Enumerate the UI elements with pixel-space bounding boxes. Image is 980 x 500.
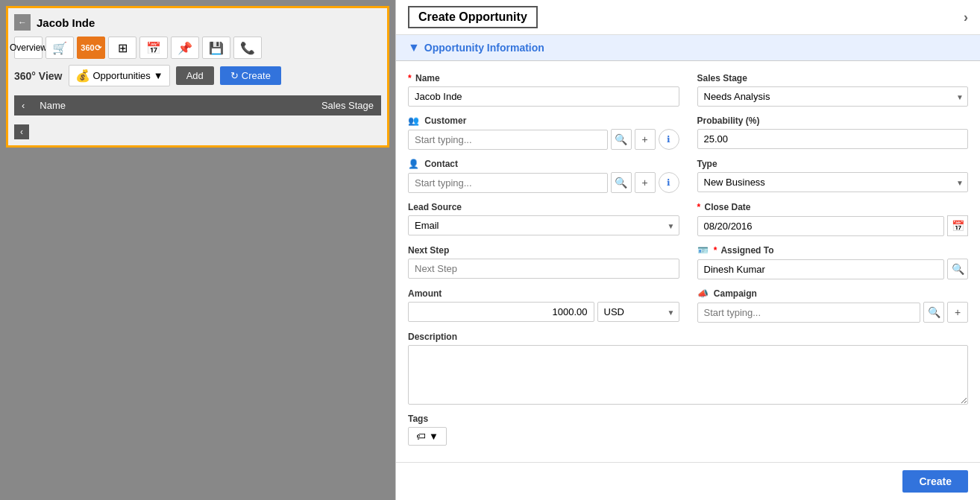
sales-stage-field-group: Sales Stage Needs Analysis Prospecting C… [697,73,969,107]
customer-info-icon-button[interactable]: ℹ [659,129,679,150]
campaign-field-group: 📣 Campaign 🔍 + [697,288,969,323]
opportunities-dropdown[interactable]: 💰 Opportunities ▼ [69,65,170,86]
probability-input[interactable] [697,129,969,149]
back-row: ← Jacob Inde [14,14,381,31]
panel-close-icon[interactable]: › [964,10,968,25]
nav-icons-bar: Overview 🛒 360⟳ ⊞ 📅 📌 💾 📞 [14,37,381,59]
sales-stage-select-wrapper: Needs Analysis Prospecting Closed Won Cl… [697,86,969,107]
campaign-icon: 📣 [697,288,709,299]
currency-select[interactable]: USD EUR GBP [597,302,679,322]
assigned-required-star: * [714,245,717,256]
view-row: 360° View 💰 Opportunities ▼ Add ↻ Create [14,65,381,86]
campaign-label: 📣 Campaign [697,288,969,299]
dropdown-arrow-icon: ▼ [154,70,163,81]
left-panel-inner: ← Jacob Inde Overview 🛒 360⟳ ⊞ 📅 📌 💾 📞 3… [6,6,389,148]
assigned-to-input[interactable] [697,259,945,279]
campaign-add-icon-button[interactable]: + [947,302,968,323]
contact-add-icon-button[interactable]: + [635,172,656,193]
create-label: Create [242,70,271,81]
back-arrow-icon[interactable]: ← [14,14,31,31]
close-date-input-row: 📅 [697,215,969,236]
customer-search-icon-button[interactable]: 🔍 [611,129,632,150]
nav-calendar-icon-button[interactable]: 📅 [139,37,168,59]
assigned-to-label: 🪪 * Assigned To [697,245,969,256]
contact-label: 👤 Contact [408,159,679,169]
assigned-input-row: 🔍 [697,259,969,279]
right-panel: Create Opportunity › ▼ Opportunity Infor… [395,0,980,500]
left-panel: ← Jacob Inde Overview 🛒 360⟳ ⊞ 📅 📌 💾 📞 3… [0,0,395,500]
amount-label: Amount [408,288,679,299]
add-button[interactable]: Add [176,66,214,85]
section-collapse-icon[interactable]: ▼ [408,41,420,54]
nav-save-icon-button[interactable]: 💾 [202,37,230,59]
lead-source-select[interactable]: Email Web Phone [408,215,679,235]
form-body: * Name Sales Stage Needs Analysis Prospe… [396,61,980,458]
close-date-required-star: * [697,202,701,212]
nav-overview-button[interactable]: Overview [14,37,43,59]
col-name-header: Name [40,100,66,111]
tags-dropdown-arrow-icon: ▼ [429,431,439,442]
name-label: * Name [408,73,679,83]
type-field-group: Type New Business Existing Business ▼ [697,159,969,193]
chevron-left-icon[interactable]: ‹ [22,100,25,111]
customer-icon: 👥 [408,115,419,126]
campaign-search-icon-button[interactable]: 🔍 [923,302,944,323]
footer-row: Create [396,462,980,500]
section-header: ▼ Opportunity Information [396,35,980,61]
close-date-label: * Close Date [697,202,969,212]
type-label: Type [697,159,969,169]
assigned-to-field-group: 🪪 * Assigned To 🔍 [697,245,969,279]
close-date-field-group: * Close Date 📅 [697,202,969,236]
lead-source-field-group: Lead Source Email Web Phone ▼ [408,202,679,236]
create-button-left[interactable]: ↻ Create [220,66,281,85]
contact-input-row: 🔍 + ℹ [408,172,679,193]
contact-info-icon-button[interactable]: ℹ [659,172,679,193]
amount-field-group: Amount USD EUR GBP ▼ [408,288,679,323]
description-textarea[interactable] [408,345,968,405]
assigned-icon: 🪪 [697,245,709,256]
customer-input[interactable] [408,130,608,150]
create-refresh-icon: ↻ [230,70,239,81]
amount-input[interactable] [408,302,594,322]
tags-label: Tags [408,414,968,424]
contact-field-group: 👤 Contact 🔍 + ℹ [408,159,679,193]
collapse-area: ‹ [14,121,381,139]
nav-cart-icon-button[interactable]: 🛒 [45,37,74,59]
close-date-input[interactable] [697,216,945,236]
lead-source-label: Lead Source [408,202,679,212]
probability-field-group: Probability (%) [697,115,969,150]
nav-grid-icon-button[interactable]: ⊞ [108,37,136,59]
assigned-search-icon-button[interactable]: 🔍 [947,259,968,279]
name-required-star: * [408,73,412,83]
dropdown-label: Opportunities [93,70,151,81]
nav-360-button[interactable]: 360⟳ [77,37,105,59]
nav-pin-icon-button[interactable]: 📌 [171,37,199,59]
panel-title-bar: Create Opportunity › [396,0,980,35]
table-header: ‹ Name Sales Stage [14,95,381,115]
tag-icon: 🏷 [416,431,426,442]
campaign-input[interactable] [697,303,921,323]
create-main-button[interactable]: Create [902,470,968,493]
customer-add-icon-button[interactable]: + [635,129,656,150]
contact-search-icon-button[interactable]: 🔍 [611,172,632,193]
customer-input-row: 🔍 + ℹ [408,129,679,150]
next-step-label: Next Step [408,245,679,256]
close-date-calendar-icon-button[interactable]: 📅 [947,215,968,236]
amount-input-row: USD EUR GBP ▼ [408,302,679,322]
view-label: 360° View [14,70,63,82]
contact-input[interactable] [408,173,608,193]
tags-field-group: Tags 🏷 ▼ [408,414,968,446]
tags-button[interactable]: 🏷 ▼ [408,427,447,446]
panel-title-text: Create Opportunity [408,6,538,28]
customer-label: 👥 Customer [408,115,679,126]
sales-stage-select[interactable]: Needs Analysis Prospecting Closed Won Cl… [697,86,969,107]
section-title: Opportunity Information [424,42,544,54]
next-step-field-group: Next Step [408,245,679,279]
type-select[interactable]: New Business Existing Business [697,172,969,192]
name-input[interactable] [408,86,679,107]
panel-collapse-icon[interactable]: ‹ [14,124,29,139]
next-step-input[interactable] [408,259,679,279]
nav-phone-icon-button[interactable]: 📞 [233,37,262,59]
campaign-input-row: 🔍 + [697,302,969,323]
type-select-wrapper: New Business Existing Business ▼ [697,172,969,192]
